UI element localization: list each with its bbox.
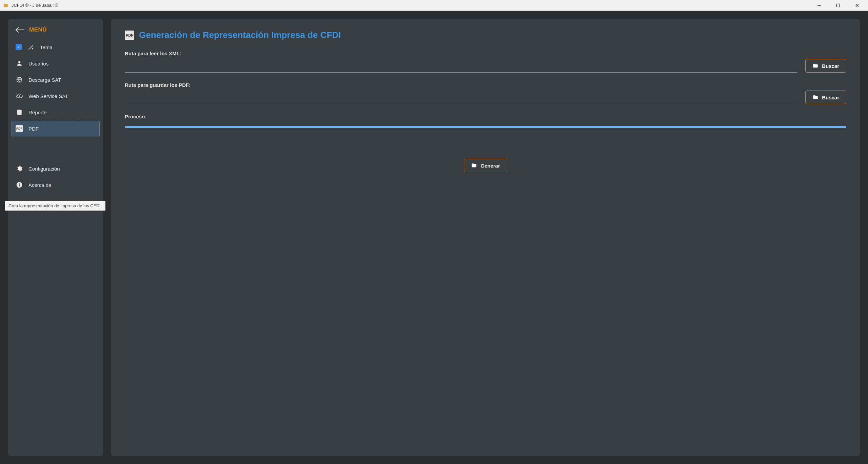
- browse-xml-button[interactable]: Buscar: [805, 59, 846, 73]
- progress-bar: [125, 126, 846, 128]
- pdf-icon: PDF: [16, 125, 23, 132]
- svg-rect-0: [817, 5, 821, 6]
- sidebar-item-reporte[interactable]: Reporte: [12, 104, 100, 120]
- folder-icon: [471, 162, 477, 169]
- sidebar-item-label: Descarga SAT: [28, 77, 61, 83]
- app-icon: [3, 2, 9, 8]
- xml-path-label: Ruta para leer los XML:: [125, 51, 797, 56]
- info-icon: [16, 181, 23, 189]
- sidebar-item-label: PDF: [28, 126, 39, 132]
- sidebar-item-label: Web Service SAT: [28, 93, 68, 99]
- back-arrow-icon[interactable]: [15, 26, 24, 33]
- sidebar-item-label: Acerca de: [28, 182, 52, 188]
- user-icon: [16, 60, 23, 67]
- sidebar-item-usuarios[interactable]: Usuarios: [12, 56, 100, 71]
- chart-icon: [16, 109, 23, 116]
- sidebar-item-acerca-de[interactable]: Acerca de: [12, 177, 100, 193]
- sidebar-item-pdf[interactable]: PDF PDF: [12, 121, 100, 136]
- process-label: Proceso:: [125, 114, 846, 119]
- sidebar: MENÚ ✓ Tema Usuarios Descarga SAT: [8, 19, 103, 456]
- sidebar-item-configuracion[interactable]: Configuración: [12, 161, 100, 176]
- window-title: JCFDI ® - J de Jabalí ®: [12, 3, 58, 8]
- gear-icon: [16, 165, 23, 172]
- sidebar-item-label: Tema: [40, 44, 53, 50]
- pdf-icon: PDF: [125, 31, 134, 40]
- sidebar-item-label: Usuarios: [28, 61, 48, 66]
- button-label: Generar: [480, 163, 500, 169]
- folder-icon: [812, 63, 818, 69]
- button-label: Buscar: [822, 63, 839, 69]
- page-title: Generación de Representación Impresa de …: [139, 30, 341, 40]
- window-minimize-button[interactable]: [814, 1, 825, 9]
- generate-button[interactable]: Generar: [464, 159, 507, 172]
- wand-icon: [27, 43, 35, 51]
- svg-rect-4: [19, 184, 20, 186]
- svg-rect-5: [19, 183, 20, 184]
- sidebar-item-web-service-sat[interactable]: Web Service SAT: [12, 88, 100, 104]
- window-titlebar: JCFDI ® - J de Jabalí ®: [0, 0, 868, 11]
- svg-rect-1: [837, 4, 840, 7]
- xml-path-input[interactable]: [125, 63, 797, 73]
- browse-pdf-button[interactable]: Buscar: [805, 91, 846, 104]
- sidebar-item-tema[interactable]: ✓ Tema: [12, 39, 100, 55]
- window-maximize-button[interactable]: [833, 1, 844, 9]
- folder-icon: [812, 94, 818, 100]
- pdf-path-input[interactable]: [125, 95, 797, 104]
- sidebar-item-descarga-sat[interactable]: Descarga SAT: [12, 72, 100, 88]
- sidebar-item-label: Reporte: [28, 110, 46, 115]
- sidebar-item-label: Configuración: [28, 166, 60, 172]
- pdf-path-label: Ruta para guardar los PDF:: [125, 82, 797, 88]
- menu-title: MENÚ: [29, 26, 47, 33]
- globe-icon: [16, 76, 23, 83]
- sidebar-tooltip: Crea la representación de impresa de los…: [5, 201, 105, 211]
- cloud-download-icon: [16, 92, 23, 100]
- checkbox-checked-icon: ✓: [16, 44, 22, 50]
- window-close-button[interactable]: [852, 1, 863, 9]
- main-content: PDF Generación de Representación Impresa…: [111, 19, 860, 456]
- button-label: Buscar: [822, 95, 839, 100]
